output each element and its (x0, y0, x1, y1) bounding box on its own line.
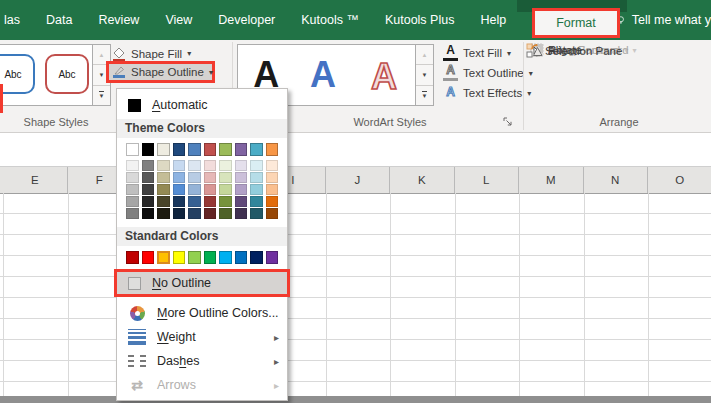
tab-data[interactable]: Data (46, 13, 72, 27)
theme-variant-swatch-5-2[interactable] (204, 184, 217, 195)
theme-variant-swatch-0-3[interactable] (126, 196, 139, 207)
shape-outline-button[interactable]: Shape Outline ▾ (112, 64, 215, 80)
column-header-K[interactable]: K (390, 167, 455, 193)
theme-variant-swatch-2-2[interactable] (157, 184, 170, 195)
tab-help[interactable]: Help (480, 13, 506, 27)
shape-style-thumb-blue[interactable]: Abc (0, 54, 35, 94)
theme-variant-swatch-9-1[interactable] (266, 172, 279, 183)
theme-variant-swatch-0-1[interactable] (126, 172, 139, 183)
theme-variant-swatch-5-0[interactable] (204, 160, 217, 171)
theme-variant-swatch-1-2[interactable] (142, 184, 155, 195)
theme-variant-swatch-3-1[interactable] (173, 172, 186, 183)
theme-variant-swatch-4-4[interactable] (188, 208, 201, 219)
theme-variant-swatch-9-4[interactable] (266, 208, 279, 219)
theme-variant-swatch-3-3[interactable] (173, 196, 186, 207)
menu-item-no-outline[interactable]: No Outline (117, 272, 287, 294)
theme-color-swatch-4[interactable] (188, 143, 201, 156)
standard-color-swatch-1[interactable] (142, 251, 155, 264)
theme-color-swatch-1[interactable] (142, 143, 155, 156)
theme-variant-swatch-9-2[interactable] (266, 184, 279, 195)
theme-variant-swatch-9-3[interactable] (266, 196, 279, 207)
theme-variant-swatch-8-0[interactable] (250, 160, 263, 171)
column-header-L[interactable]: L (455, 167, 520, 193)
theme-variant-swatch-9-0[interactable] (266, 160, 279, 171)
sheet-grid[interactable] (0, 193, 711, 396)
theme-variant-swatch-0-2[interactable] (126, 184, 139, 195)
theme-variant-swatch-3-0[interactable] (173, 160, 186, 171)
theme-variant-swatch-0-4[interactable] (126, 208, 139, 219)
text-effects-button[interactable]: A Text Effects ▾ (443, 83, 533, 103)
standard-color-swatch-2[interactable] (157, 251, 170, 264)
theme-color-swatch-5[interactable] (204, 143, 217, 156)
standard-color-swatch-4[interactable] (188, 251, 201, 264)
text-fill-button[interactable]: A Text Fill ▾ (443, 43, 533, 63)
theme-color-swatch-8[interactable] (250, 143, 263, 156)
theme-variant-swatch-4-1[interactable] (188, 172, 201, 183)
theme-variant-swatch-6-3[interactable] (219, 196, 232, 207)
gallery-more-button[interactable]: ▼ (416, 86, 433, 105)
theme-variant-swatch-6-1[interactable] (219, 172, 232, 183)
theme-color-swatch-9[interactable] (266, 143, 279, 156)
shape-style-thumb-red[interactable]: Abc (45, 54, 89, 94)
tab-review[interactable]: Review (98, 13, 139, 27)
standard-color-swatch-9[interactable] (266, 251, 279, 264)
theme-color-swatch-3[interactable] (173, 143, 186, 156)
menu-item-weight[interactable]: Weight ▸ (117, 325, 287, 349)
gallery-scroll-up-button[interactable]: ▲ (416, 45, 433, 65)
tab-view[interactable]: View (165, 13, 192, 27)
theme-variant-swatch-3-4[interactable] (173, 208, 186, 219)
theme-variant-swatch-5-3[interactable] (204, 196, 217, 207)
column-header-E[interactable]: E (3, 167, 68, 193)
theme-color-swatch-2[interactable] (157, 143, 170, 156)
theme-variant-swatch-8-2[interactable] (250, 184, 263, 195)
theme-color-swatch-7[interactable] (235, 143, 248, 156)
wordart-style-blue[interactable]: A (310, 54, 336, 96)
tab-kutoolsplus[interactable]: Kutools Plus (385, 13, 454, 27)
menu-item-automatic[interactable]: Automatic (117, 93, 287, 117)
theme-variant-swatch-1-3[interactable] (142, 196, 155, 207)
theme-variant-swatch-2-0[interactable] (157, 160, 170, 171)
menu-item-more-outline-colors[interactable]: More Outline Colors... (117, 301, 287, 325)
column-header-J[interactable]: J (326, 167, 391, 193)
theme-variant-swatch-7-0[interactable] (235, 160, 248, 171)
theme-variant-swatch-1-1[interactable] (142, 172, 155, 183)
shape-styles-gallery[interactable]: Abc Abc ▲ ▼ ▼ (0, 44, 111, 106)
theme-variant-swatch-2-3[interactable] (157, 196, 170, 207)
theme-color-swatch-6[interactable] (219, 143, 232, 156)
wordart-dialog-launcher-icon[interactable] (503, 117, 513, 127)
theme-variant-swatch-2-1[interactable] (157, 172, 170, 183)
column-header-N[interactable]: N (584, 167, 649, 193)
theme-variant-swatch-3-2[interactable] (173, 184, 186, 195)
theme-variant-swatch-1-4[interactable] (142, 208, 155, 219)
text-outline-button[interactable]: A Text Outline ▾ (443, 63, 533, 83)
theme-variant-swatch-7-4[interactable] (235, 208, 248, 219)
tab-format[interactable]: Format (532, 8, 620, 38)
theme-variant-swatch-1-0[interactable] (142, 160, 155, 171)
theme-variant-swatch-5-4[interactable] (204, 208, 217, 219)
column-header-M[interactable]: M (519, 167, 584, 193)
tell-me-box[interactable]: Tell me what y (616, 0, 711, 40)
tab-las[interactable]: las (4, 13, 20, 27)
standard-color-swatch-8[interactable] (250, 251, 263, 264)
theme-variant-swatch-0-0[interactable] (126, 160, 139, 171)
wordart-style-red-outline[interactable]: A (367, 52, 401, 98)
theme-variant-swatch-5-1[interactable] (204, 172, 217, 183)
standard-color-swatch-3[interactable] (173, 251, 186, 264)
theme-variant-swatch-7-1[interactable] (235, 172, 248, 183)
column-header-O[interactable]: O (648, 167, 711, 193)
theme-variant-swatch-6-2[interactable] (219, 184, 232, 195)
theme-variant-swatch-4-0[interactable] (188, 160, 201, 171)
rotate-button[interactable]: Rotate (530, 43, 582, 57)
standard-color-swatch-5[interactable] (204, 251, 217, 264)
theme-variant-swatch-4-3[interactable] (188, 196, 201, 207)
standard-color-swatch-7[interactable] (235, 251, 248, 264)
theme-variant-swatch-2-4[interactable] (157, 208, 170, 219)
gallery-scroll-down-button[interactable]: ▼ (416, 65, 433, 85)
theme-variant-swatch-8-4[interactable] (250, 208, 263, 219)
theme-variant-swatch-8-3[interactable] (250, 196, 263, 207)
tab-kutools[interactable]: Kutools ™ (301, 13, 359, 27)
tab-developer[interactable]: Developer (218, 13, 275, 27)
theme-color-swatch-0[interactable] (126, 143, 139, 156)
theme-variant-swatch-8-1[interactable] (250, 172, 263, 183)
theme-variant-swatch-7-2[interactable] (235, 184, 248, 195)
